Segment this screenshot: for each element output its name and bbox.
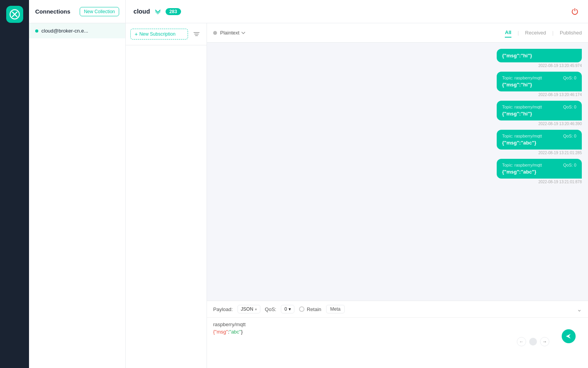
message-bubble: Topic: raspberry/mqtt QoS: 0 {"msg":"abc… [497, 159, 582, 179]
filter-tabs: All | Received | Published [505, 28, 582, 38]
cloud-dropdown-icon[interactable] [153, 7, 162, 16]
payload-type-value: JSON [241, 306, 253, 312]
message-item[interactable]: Topic: raspberry/mqtt QoS: 0 {"msg":"hi"… [497, 72, 582, 97]
message-count-badge: 283 [166, 8, 181, 15]
plaintext-dropdown[interactable]: Plaintext [220, 30, 246, 36]
publish-toolbar: Payload: JSON ▾ QoS: 0 ▾ Retain Meta [207, 301, 588, 318]
message-payload: {"msg":"abc"} [502, 169, 576, 175]
message-area: Plaintext All | Received | Published [207, 23, 588, 368]
publish-nav-area: ← → [213, 335, 582, 349]
message-topic-row: Topic: raspberry/mqtt QoS: 0 [502, 163, 576, 167]
message-timestamp: 2022-08-19 13:21:01:285 [538, 151, 582, 155]
connections-header: Connections New Collection [29, 0, 125, 23]
new-collection-button[interactable]: New Collection [80, 7, 119, 16]
qos-value: 0 [284, 306, 287, 312]
message-topic-row: Topic: raspberry/mqtt QoS: 0 [502, 105, 576, 109]
message-bubble: Topic: raspberry/mqtt QoS: 0 {"msg":"hi"… [497, 72, 582, 91]
retain-toggle[interactable]: Retain [299, 306, 321, 312]
connections-title: Connections [35, 8, 70, 15]
plaintext-label-text: Plaintext [220, 30, 239, 36]
qos-select[interactable]: 0 ▾ [281, 305, 294, 313]
main-area: cloud 283 + New Subscription [126, 0, 588, 368]
message-payload: {"msg":"abc"} [502, 140, 576, 146]
nav-mid-dot [529, 338, 537, 346]
connection-name: cloud@broker-cn.e... [41, 28, 88, 34]
payload-input[interactable]: {"msg":"abc"} [213, 329, 582, 335]
message-qos: QoS: 0 [563, 134, 576, 138]
message-bubble: Topic: raspberry/mqtt QoS: 0 {"msg":"abc… [497, 130, 582, 150]
qos-label: QoS: [265, 306, 277, 312]
qos-chevron-icon: ▾ [289, 306, 291, 312]
message-payload: {"msg":"hi"} [502, 111, 576, 117]
message-qos: QoS: 0 [563, 76, 576, 80]
subscriptions-panel: + New Subscription [126, 23, 207, 368]
connection-item[interactable]: cloud@broker-cn.e... [29, 23, 125, 38]
messages-list: {"msg":"hi"} 2022-08-19 13:20:45:974 Top… [207, 43, 588, 301]
new-subscription-button[interactable]: + New Subscription [130, 29, 188, 40]
connections-panel: Connections New Collection cloud@broker-… [29, 0, 126, 368]
filter-icon[interactable] [191, 29, 202, 40]
message-item[interactable]: Topic: raspberry/mqtt QoS: 0 {"msg":"abc… [497, 130, 582, 155]
power-icon[interactable] [569, 6, 580, 17]
message-topic: Topic: raspberry/mqtt [502, 76, 542, 80]
message-timestamp: 2022-08-19 13:20:46:390 [538, 122, 582, 126]
retain-toggle-circle [299, 306, 304, 312]
message-payload: {"msg":"hi"} [502, 82, 576, 88]
filter-tab-published[interactable]: Published [560, 28, 582, 37]
message-timestamp: 2022-08-19 13:20:46:174 [538, 93, 582, 97]
message-toolbar: Plaintext All | Received | Published [207, 23, 588, 43]
message-qos: QoS: 0 [563, 105, 576, 109]
expand-icon[interactable]: ⌄ [577, 306, 582, 313]
top-bar: cloud 283 [126, 0, 588, 23]
filter-tab-received[interactable]: Received [525, 28, 546, 37]
payload-type-select[interactable]: JSON ▾ [238, 305, 260, 313]
payload-label: Payload: [213, 306, 233, 312]
nav-logo[interactable] [6, 6, 23, 23]
publish-input-area: raspberry/mqtt {"msg":"abc"} ← → [207, 318, 588, 368]
topic-input[interactable]: raspberry/mqtt [213, 322, 582, 327]
message-item[interactable]: Topic: raspberry/mqtt QoS: 0 {"msg":"hi"… [497, 101, 582, 126]
top-bar-left: cloud 283 [133, 7, 181, 16]
message-topic-row: Topic: raspberry/mqtt QoS: 0 [502, 134, 576, 138]
message-item[interactable]: {"msg":"hi"} 2022-08-19 13:20:45:974 [497, 49, 582, 68]
content-body: + New Subscription Pla [126, 23, 588, 368]
message-timestamp: 2022-08-19 13:20:45:974 [538, 64, 582, 68]
message-timestamp: 2022-08-19 13:21:01:878 [538, 180, 582, 184]
nav-sidebar [0, 0, 29, 368]
message-item[interactable]: Topic: raspberry/mqtt QoS: 0 {"msg":"abc… [497, 159, 582, 184]
cloud-title: cloud [133, 8, 150, 15]
message-topic-row: Topic: raspberry/mqtt QoS: 0 [502, 76, 576, 80]
nav-prev-arrow[interactable]: ← [517, 337, 526, 346]
filter-tab-all[interactable]: All [505, 28, 511, 38]
message-topic: Topic: raspberry/mqtt [502, 134, 542, 138]
message-bubble: {"msg":"hi"} [497, 49, 582, 62]
payload-value: "abc" [229, 329, 241, 335]
payload-type-chevron-icon: ▾ [255, 307, 257, 311]
retain-label: Retain [307, 306, 321, 312]
nav-next-arrow[interactable]: → [540, 337, 549, 346]
plus-icon: + [135, 31, 138, 37]
new-subscription-label: New Subscription [139, 31, 175, 37]
message-toolbar-left: Plaintext [213, 30, 246, 36]
message-bubble: Topic: raspberry/mqtt QoS: 0 {"msg":"hi"… [497, 101, 582, 120]
message-topic: Topic: raspberry/mqtt [502, 105, 542, 109]
message-payload: {"msg":"hi"} [502, 53, 576, 58]
payload-key: {"msg" [213, 329, 228, 335]
meta-button[interactable]: Meta [326, 305, 345, 313]
message-topic: Topic: raspberry/mqtt [502, 163, 542, 167]
publish-area: Payload: JSON ▾ QoS: 0 ▾ Retain Meta [207, 301, 588, 368]
send-button[interactable] [562, 329, 576, 343]
subscriptions-toolbar: + New Subscription [126, 23, 207, 45]
connection-status-dot [35, 29, 38, 33]
message-qos: QoS: 0 [563, 163, 576, 167]
message-status-dot [213, 31, 217, 35]
